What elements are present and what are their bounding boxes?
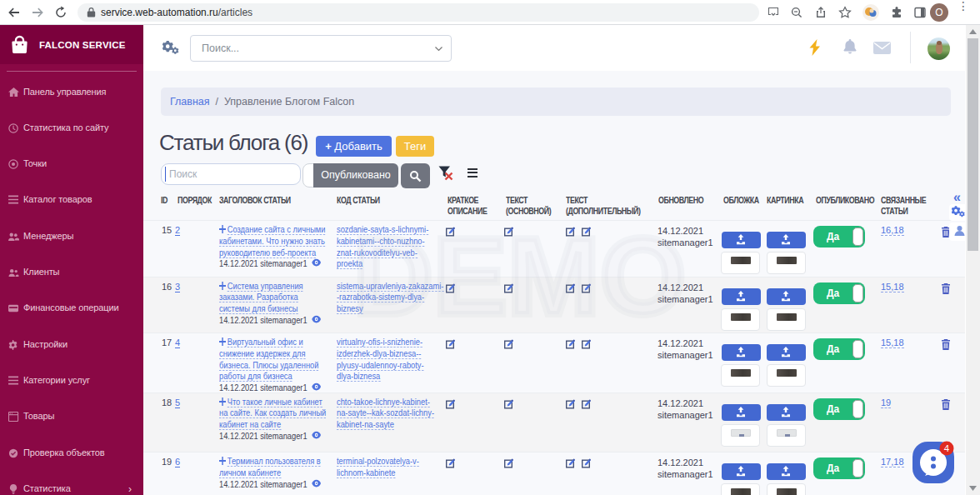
svg-text:4: 4 <box>944 443 950 453</box>
